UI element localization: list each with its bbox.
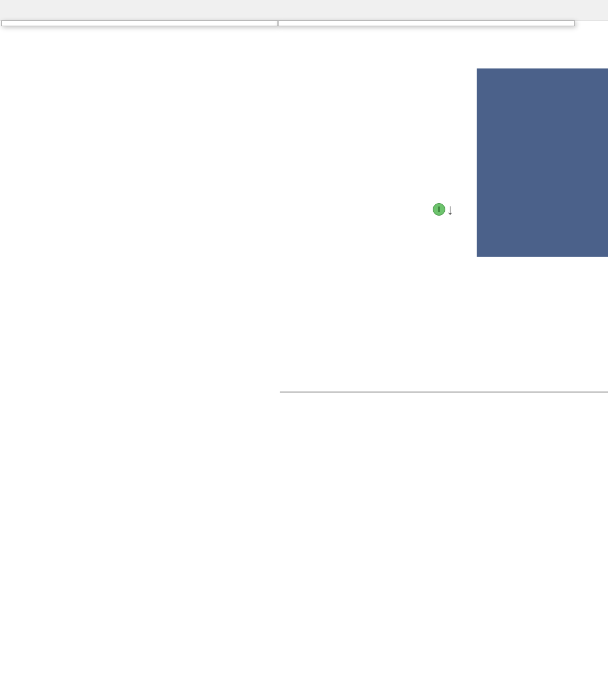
separator (280, 391, 608, 393)
menubar (0, 0, 608, 21)
new-submenu (278, 21, 575, 26)
override-down-arrow-icon: ↓ (446, 201, 454, 219)
run-config-tab[interactable] (280, 396, 293, 403)
file-menu-dropdown (1, 21, 278, 26)
override-gutter-icon[interactable]: I (433, 203, 445, 216)
editor-background (477, 68, 608, 257)
run-config-tab-row (280, 396, 293, 403)
